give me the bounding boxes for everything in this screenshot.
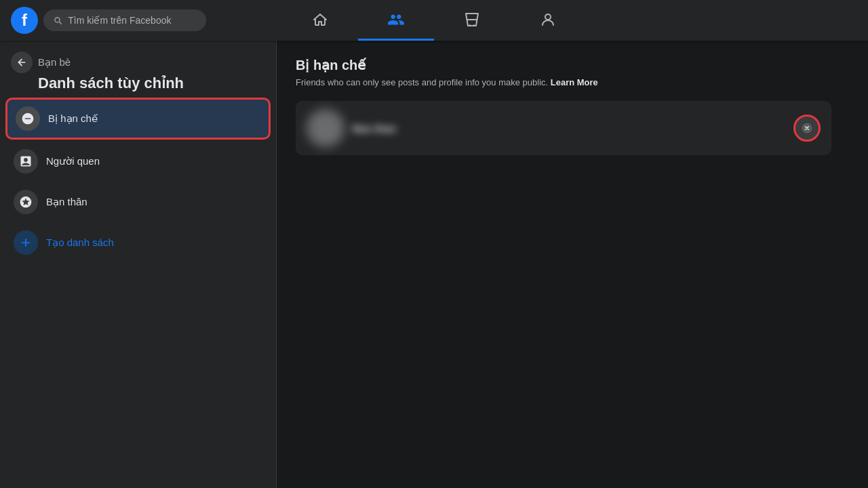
back-arrow-icon xyxy=(16,57,27,68)
restricted-icon xyxy=(16,106,40,131)
learn-more-link[interactable]: Learn More xyxy=(551,77,598,87)
sidebar-parent-label: Bạn bè xyxy=(38,56,71,68)
svg-point-2 xyxy=(545,14,551,20)
remove-friend-button[interactable] xyxy=(793,115,821,142)
friend-card: Ban than xyxy=(296,101,831,155)
nav-profile-btn[interactable] xyxy=(510,0,586,41)
svg-point-0 xyxy=(469,24,471,26)
home-icon xyxy=(312,12,328,28)
facebook-logo[interactable]: f xyxy=(11,7,38,34)
avatar xyxy=(307,109,344,147)
svg-point-1 xyxy=(473,24,475,26)
close-friends-icon xyxy=(14,190,38,214)
nav-marketplace-btn[interactable] xyxy=(434,0,510,41)
friends-icon xyxy=(387,11,405,28)
profile-icon xyxy=(540,12,556,28)
sidebar-title: Danh sách tùy chỉnh xyxy=(11,75,265,92)
sidebar-item-close-friends-label: Bạn thân xyxy=(46,196,87,208)
sidebar-item-acquaintances-label: Người quen xyxy=(46,155,100,167)
nav-left: f xyxy=(11,7,206,34)
sidebar-back-row: Bạn bè xyxy=(11,52,265,73)
content-description: Friends who can only see posts and profi… xyxy=(296,77,849,87)
sidebar-item-close-friends[interactable]: Bạn thân xyxy=(5,183,271,221)
content-title: Bị hạn chế xyxy=(296,57,849,73)
sidebar-item-create-list[interactable]: Tạo danh sách xyxy=(5,224,271,262)
nav-home-btn[interactable] xyxy=(282,0,358,41)
sidebar: Bạn bè Danh sách tùy chỉnh Bị hạn chế Ng… xyxy=(0,41,277,488)
nav-friends-btn[interactable] xyxy=(358,0,434,41)
sidebar-header: Bạn bè Danh sách tùy chỉnh xyxy=(5,49,271,98)
sidebar-item-restricted[interactable]: Bị hạn chế xyxy=(5,98,271,140)
back-button[interactable] xyxy=(11,52,33,73)
sidebar-item-acquaintances[interactable]: Người quen xyxy=(5,142,271,180)
nav-center xyxy=(282,0,586,41)
sidebar-item-create-list-label: Tạo danh sách xyxy=(46,237,114,249)
main-layout: Bạn bè Danh sách tùy chỉnh Bị hạn chế Ng… xyxy=(0,41,868,488)
close-icon xyxy=(801,122,813,134)
acquaintances-icon xyxy=(14,149,38,174)
search-icon xyxy=(53,15,62,26)
top-nav: f xyxy=(0,0,868,41)
search-bar[interactable] xyxy=(43,9,206,31)
search-input[interactable] xyxy=(68,15,197,26)
sidebar-item-restricted-label: Bị hạn chế xyxy=(48,113,98,125)
main-content: Bị hạn chế Friends who can only see post… xyxy=(277,41,868,488)
create-list-icon xyxy=(14,230,38,255)
marketplace-icon xyxy=(464,12,480,28)
friend-name: Ban than xyxy=(353,123,396,134)
